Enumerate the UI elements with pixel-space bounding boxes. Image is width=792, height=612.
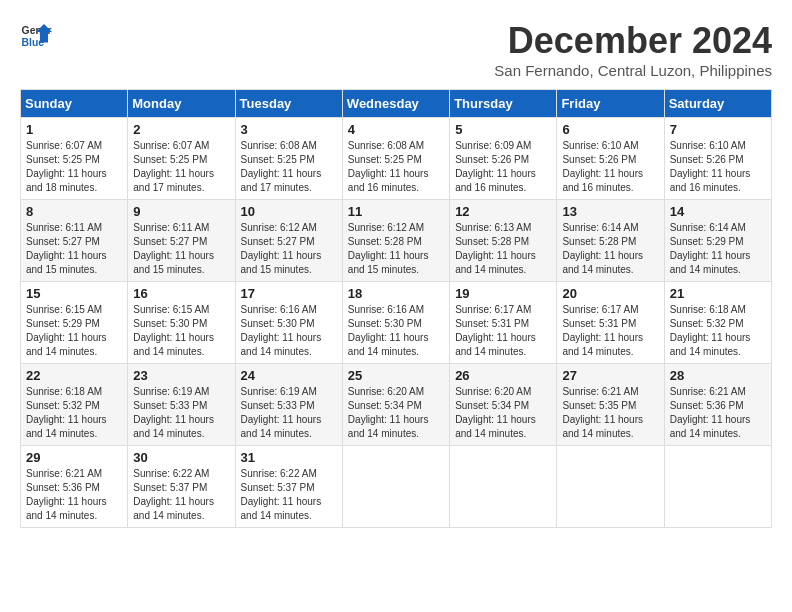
day-cell	[557, 446, 664, 528]
day-number: 18	[348, 286, 444, 301]
day-number: 7	[670, 122, 766, 137]
week-row-2: 8 Sunrise: 6:11 AM Sunset: 5:27 PM Dayli…	[21, 200, 772, 282]
day-number: 9	[133, 204, 229, 219]
day-cell: 6 Sunrise: 6:10 AM Sunset: 5:26 PM Dayli…	[557, 118, 664, 200]
day-number: 29	[26, 450, 122, 465]
day-info: Sunrise: 6:12 AM Sunset: 5:27 PM Dayligh…	[241, 221, 337, 277]
day-cell: 19 Sunrise: 6:17 AM Sunset: 5:31 PM Dayl…	[450, 282, 557, 364]
day-cell: 29 Sunrise: 6:21 AM Sunset: 5:36 PM Dayl…	[21, 446, 128, 528]
day-cell: 23 Sunrise: 6:19 AM Sunset: 5:33 PM Dayl…	[128, 364, 235, 446]
day-cell: 22 Sunrise: 6:18 AM Sunset: 5:32 PM Dayl…	[21, 364, 128, 446]
day-cell: 5 Sunrise: 6:09 AM Sunset: 5:26 PM Dayli…	[450, 118, 557, 200]
weekday-header-saturday: Saturday	[664, 90, 771, 118]
day-number: 30	[133, 450, 229, 465]
day-cell: 1 Sunrise: 6:07 AM Sunset: 5:25 PM Dayli…	[21, 118, 128, 200]
day-number: 26	[455, 368, 551, 383]
day-info: Sunrise: 6:22 AM Sunset: 5:37 PM Dayligh…	[241, 467, 337, 523]
day-number: 21	[670, 286, 766, 301]
day-cell: 3 Sunrise: 6:08 AM Sunset: 5:25 PM Dayli…	[235, 118, 342, 200]
day-number: 25	[348, 368, 444, 383]
day-number: 3	[241, 122, 337, 137]
day-number: 20	[562, 286, 658, 301]
day-info: Sunrise: 6:11 AM Sunset: 5:27 PM Dayligh…	[133, 221, 229, 277]
day-info: Sunrise: 6:19 AM Sunset: 5:33 PM Dayligh…	[133, 385, 229, 441]
day-number: 15	[26, 286, 122, 301]
location-title: San Fernando, Central Luzon, Philippines	[494, 62, 772, 79]
day-cell: 20 Sunrise: 6:17 AM Sunset: 5:31 PM Dayl…	[557, 282, 664, 364]
title-section: December 2024 San Fernando, Central Luzo…	[494, 20, 772, 79]
day-info: Sunrise: 6:21 AM Sunset: 5:36 PM Dayligh…	[26, 467, 122, 523]
day-info: Sunrise: 6:07 AM Sunset: 5:25 PM Dayligh…	[133, 139, 229, 195]
day-number: 27	[562, 368, 658, 383]
weekday-header-sunday: Sunday	[21, 90, 128, 118]
day-info: Sunrise: 6:08 AM Sunset: 5:25 PM Dayligh…	[241, 139, 337, 195]
day-number: 31	[241, 450, 337, 465]
day-cell: 12 Sunrise: 6:13 AM Sunset: 5:28 PM Dayl…	[450, 200, 557, 282]
day-info: Sunrise: 6:07 AM Sunset: 5:25 PM Dayligh…	[26, 139, 122, 195]
day-number: 10	[241, 204, 337, 219]
day-info: Sunrise: 6:17 AM Sunset: 5:31 PM Dayligh…	[455, 303, 551, 359]
week-row-4: 22 Sunrise: 6:18 AM Sunset: 5:32 PM Dayl…	[21, 364, 772, 446]
day-info: Sunrise: 6:22 AM Sunset: 5:37 PM Dayligh…	[133, 467, 229, 523]
day-cell: 26 Sunrise: 6:20 AM Sunset: 5:34 PM Dayl…	[450, 364, 557, 446]
day-info: Sunrise: 6:14 AM Sunset: 5:28 PM Dayligh…	[562, 221, 658, 277]
day-number: 6	[562, 122, 658, 137]
day-info: Sunrise: 6:10 AM Sunset: 5:26 PM Dayligh…	[670, 139, 766, 195]
day-cell: 11 Sunrise: 6:12 AM Sunset: 5:28 PM Dayl…	[342, 200, 449, 282]
day-number: 14	[670, 204, 766, 219]
calendar-table: SundayMondayTuesdayWednesdayThursdayFrid…	[20, 89, 772, 528]
day-number: 5	[455, 122, 551, 137]
day-number: 12	[455, 204, 551, 219]
day-info: Sunrise: 6:08 AM Sunset: 5:25 PM Dayligh…	[348, 139, 444, 195]
logo: General Blue	[20, 20, 52, 52]
day-info: Sunrise: 6:15 AM Sunset: 5:30 PM Dayligh…	[133, 303, 229, 359]
day-cell: 18 Sunrise: 6:16 AM Sunset: 5:30 PM Dayl…	[342, 282, 449, 364]
day-number: 19	[455, 286, 551, 301]
day-info: Sunrise: 6:18 AM Sunset: 5:32 PM Dayligh…	[26, 385, 122, 441]
day-info: Sunrise: 6:12 AM Sunset: 5:28 PM Dayligh…	[348, 221, 444, 277]
day-info: Sunrise: 6:19 AM Sunset: 5:33 PM Dayligh…	[241, 385, 337, 441]
day-cell: 10 Sunrise: 6:12 AM Sunset: 5:27 PM Dayl…	[235, 200, 342, 282]
month-title: December 2024	[494, 20, 772, 62]
day-number: 1	[26, 122, 122, 137]
day-number: 23	[133, 368, 229, 383]
day-cell: 9 Sunrise: 6:11 AM Sunset: 5:27 PM Dayli…	[128, 200, 235, 282]
day-number: 16	[133, 286, 229, 301]
day-cell: 16 Sunrise: 6:15 AM Sunset: 5:30 PM Dayl…	[128, 282, 235, 364]
day-number: 8	[26, 204, 122, 219]
day-info: Sunrise: 6:11 AM Sunset: 5:27 PM Dayligh…	[26, 221, 122, 277]
day-number: 28	[670, 368, 766, 383]
day-info: Sunrise: 6:20 AM Sunset: 5:34 PM Dayligh…	[455, 385, 551, 441]
day-cell: 17 Sunrise: 6:16 AM Sunset: 5:30 PM Dayl…	[235, 282, 342, 364]
weekday-header-monday: Monday	[128, 90, 235, 118]
day-number: 22	[26, 368, 122, 383]
logo-icon: General Blue	[20, 20, 52, 52]
day-info: Sunrise: 6:21 AM Sunset: 5:36 PM Dayligh…	[670, 385, 766, 441]
day-cell: 2 Sunrise: 6:07 AM Sunset: 5:25 PM Dayli…	[128, 118, 235, 200]
weekday-header-row: SundayMondayTuesdayWednesdayThursdayFrid…	[21, 90, 772, 118]
day-info: Sunrise: 6:10 AM Sunset: 5:26 PM Dayligh…	[562, 139, 658, 195]
week-row-1: 1 Sunrise: 6:07 AM Sunset: 5:25 PM Dayli…	[21, 118, 772, 200]
day-info: Sunrise: 6:18 AM Sunset: 5:32 PM Dayligh…	[670, 303, 766, 359]
day-cell: 14 Sunrise: 6:14 AM Sunset: 5:29 PM Dayl…	[664, 200, 771, 282]
day-cell: 15 Sunrise: 6:15 AM Sunset: 5:29 PM Dayl…	[21, 282, 128, 364]
day-number: 4	[348, 122, 444, 137]
week-row-5: 29 Sunrise: 6:21 AM Sunset: 5:36 PM Dayl…	[21, 446, 772, 528]
day-number: 2	[133, 122, 229, 137]
day-cell: 21 Sunrise: 6:18 AM Sunset: 5:32 PM Dayl…	[664, 282, 771, 364]
day-info: Sunrise: 6:14 AM Sunset: 5:29 PM Dayligh…	[670, 221, 766, 277]
day-info: Sunrise: 6:21 AM Sunset: 5:35 PM Dayligh…	[562, 385, 658, 441]
day-cell	[342, 446, 449, 528]
day-cell	[450, 446, 557, 528]
weekday-header-thursday: Thursday	[450, 90, 557, 118]
weekday-header-tuesday: Tuesday	[235, 90, 342, 118]
day-cell: 7 Sunrise: 6:10 AM Sunset: 5:26 PM Dayli…	[664, 118, 771, 200]
day-cell: 8 Sunrise: 6:11 AM Sunset: 5:27 PM Dayli…	[21, 200, 128, 282]
day-cell: 13 Sunrise: 6:14 AM Sunset: 5:28 PM Dayl…	[557, 200, 664, 282]
day-info: Sunrise: 6:16 AM Sunset: 5:30 PM Dayligh…	[241, 303, 337, 359]
day-cell: 28 Sunrise: 6:21 AM Sunset: 5:36 PM Dayl…	[664, 364, 771, 446]
day-cell: 24 Sunrise: 6:19 AM Sunset: 5:33 PM Dayl…	[235, 364, 342, 446]
weekday-header-wednesday: Wednesday	[342, 90, 449, 118]
day-cell	[664, 446, 771, 528]
day-number: 13	[562, 204, 658, 219]
